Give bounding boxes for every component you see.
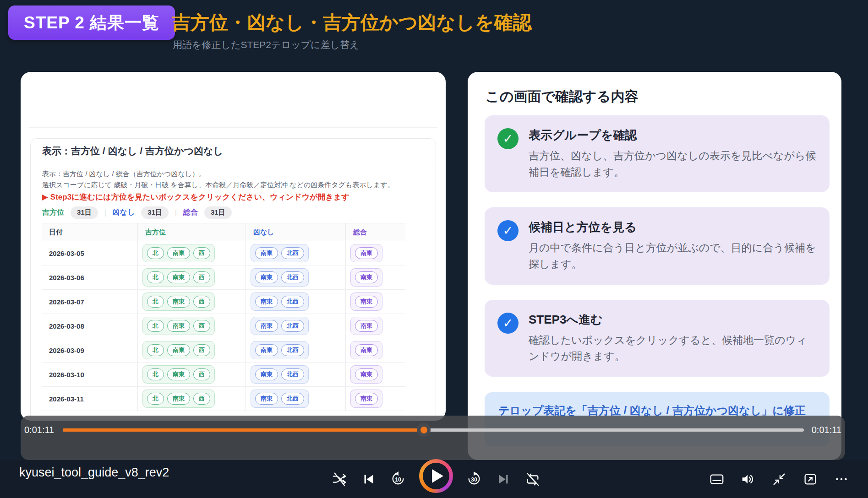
direction-chip: 南東 [355, 320, 378, 332]
direction-group-box: 北南東西 [142, 341, 215, 359]
column-header: 吉方位 [138, 223, 246, 241]
total-directions-cell: 南東 [346, 314, 405, 338]
good-directions-cell: 北南東西 [138, 290, 246, 314]
svg-text:30: 30 [471, 476, 477, 482]
transport-controls: 10 30 [331, 460, 541, 498]
result-description-1: 表示：吉方位 / 凶なし / 総合（吉方位かつ凶なし）。 [42, 170, 206, 179]
no-bad-directions-cell: 南東北西 [246, 314, 346, 338]
table-row: 2026-03-10北南東西南東北西南東 [42, 363, 405, 387]
direction-chip: 南東 [255, 393, 278, 405]
direction-chip: 北西 [281, 368, 304, 380]
secondary-controls [709, 460, 850, 498]
direction-chip: 南東 [355, 247, 378, 259]
date-cell: 2026-03-07 [42, 290, 138, 314]
table-row: 2026-03-09北南東西南東北西南東 [42, 338, 405, 363]
check-icon: ✓ [497, 128, 519, 149]
checklist-item-body: 吉方位、凶なし、吉方位かつ凶なしの表示を見比べながら候補日を確認します。 [529, 148, 817, 180]
checklist-item-title: 候補日と方位を見る [529, 219, 817, 235]
good-directions-cell: 北南東西 [138, 265, 246, 289]
play-icon [432, 469, 443, 483]
video-frame-checklist: この画面で確認する内容 ✓表示グループを確認吉方位、凶なし、吉方位かつ凶なしの表… [468, 72, 841, 460]
checklist-card: ✓候補日と方位を見る月の中で条件に合う日と方位が並ぶので、目的に合う候補を探しま… [485, 207, 830, 284]
table-row: 2026-03-08北南東西南東北西南東 [42, 314, 405, 338]
previous-track-icon[interactable] [360, 471, 377, 487]
checklist-item-title: 表示グループを確認 [529, 127, 817, 143]
count-label: 総合 [183, 208, 198, 217]
result-description-2: 選択スコープに応じて 歳破・月破・日破 を合算し、本命殺／月命殺／定位対冲 など… [42, 181, 394, 189]
direction-chip: 南東 [355, 271, 378, 283]
subtitles-icon[interactable] [709, 471, 725, 487]
video-frame-tool-screen: 表示：吉方位 / 凶なし / 吉方位かつ凶なし 表示：吉方位 / 凶なし / 総… [21, 72, 446, 421]
good-directions-cell: 北南東西 [138, 387, 246, 411]
elapsed-time: 0:01:11 [24, 425, 54, 435]
direction-chip: 南東 [167, 247, 190, 259]
direction-chip: 南東 [167, 271, 190, 283]
direction-chip: 南東 [255, 368, 278, 380]
count-value-badge: 31日 [71, 206, 98, 219]
direction-chip: 北 [147, 271, 164, 283]
checklist-card: ✓表示グループを確認吉方位、凶なし、吉方位かつ凶なしの表示を見比べながら候補日を… [485, 115, 830, 192]
direction-group-box: 北南東西 [142, 365, 215, 384]
step3-instruction: ▶ Step3に進むには方位を見たいボックスをクリックください、ウィンドウが開き… [42, 192, 349, 202]
direction-chip: 西 [193, 393, 210, 405]
direction-group-box: 南東北西 [251, 341, 309, 359]
direction-chip: 北西 [281, 296, 304, 308]
seek-bar-fill [63, 428, 424, 432]
step-badge: STEP 2 結果一覧 [8, 5, 175, 40]
count-separator: | [104, 209, 106, 217]
play-button[interactable] [419, 459, 453, 493]
direction-chip: 北 [147, 368, 164, 380]
exit-fullscreen-icon[interactable] [771, 471, 787, 487]
result-panel-title: 表示：吉方位 / 凶なし / 吉方位かつ凶なし [42, 145, 223, 157]
good-directions-cell: 北南東西 [138, 338, 246, 362]
divider [31, 164, 436, 164]
count-label: 吉方位 [42, 208, 64, 217]
forward-30-icon[interactable]: 30 [466, 471, 482, 487]
checklist-item-body: 月の中で条件に合う日と方位が並ぶので、目的に合う候補を探します。 [529, 240, 817, 272]
direction-chip: 南東 [255, 247, 278, 259]
picture-in-picture-icon[interactable] [802, 471, 819, 487]
direction-chip: 南東 [255, 344, 278, 356]
direction-chip: 北西 [281, 344, 304, 356]
table-header-row: 日付吉方位凶なし総合 [42, 223, 405, 241]
count-label: 凶なし [113, 208, 135, 217]
total-time: 0:01:11 [812, 425, 841, 435]
next-track-icon[interactable] [495, 471, 512, 487]
shuffle-off-icon[interactable] [331, 471, 348, 487]
direction-group-box: 南東北西 [251, 317, 309, 335]
seek-bar[interactable] [63, 428, 804, 432]
no-bad-directions-cell: 南東北西 [246, 338, 346, 362]
good-directions-cell: 北南東西 [138, 363, 246, 386]
table-row: 2026-03-07北南東西南東北西南東 [42, 290, 405, 314]
direction-chip: 南東 [167, 296, 190, 308]
direction-chip: 南東 [355, 368, 378, 380]
direction-chip: 北 [147, 344, 164, 356]
checklist-card: ✓STEP3へ進む確認したいボックスをクリックすると、候補地一覧のウィンドウが開… [485, 300, 830, 377]
no-bad-directions-cell: 南東北西 [246, 241, 346, 265]
rewind-10-icon[interactable]: 10 [390, 471, 406, 487]
date-cell: 2026-03-06 [42, 265, 138, 289]
checklist-item-title: STEP3へ進む [529, 312, 817, 328]
result-subpanel: 表示：吉方位 / 凶なし / 吉方位かつ凶なし 表示：吉方位 / 凶なし / 総… [30, 138, 436, 421]
direction-group-box: 北南東西 [142, 390, 215, 408]
direction-chip: 北西 [281, 393, 304, 405]
repeat-off-icon[interactable] [524, 471, 541, 487]
seek-overlay: 0:01:11 0:01:11 [21, 416, 845, 460]
volume-icon[interactable] [740, 471, 756, 487]
table-row: 2026-03-11北南東西南東北西南東 [42, 387, 405, 411]
checklist-item-body: 確認したいボックスをクリックすると、候補地一覧のウィンドウが開きます。 [529, 332, 817, 365]
more-options-icon[interactable] [833, 471, 850, 487]
count-value-badge: 31日 [204, 206, 232, 219]
direction-chip: 北西 [281, 247, 304, 259]
svg-text:10: 10 [395, 476, 401, 482]
seek-handle[interactable] [417, 423, 431, 437]
direction-chip: 北 [147, 296, 164, 308]
total-directions-cell: 南東 [346, 363, 405, 386]
no-bad-directions-cell: 南東北西 [246, 387, 346, 411]
direction-chip: 西 [193, 296, 210, 308]
count-separator: | [175, 209, 177, 217]
count-value-badge: 31日 [141, 206, 169, 219]
direction-chip: 南東 [255, 320, 278, 332]
column-header: 凶なし [246, 223, 346, 241]
direction-chip: 南東 [167, 344, 190, 356]
